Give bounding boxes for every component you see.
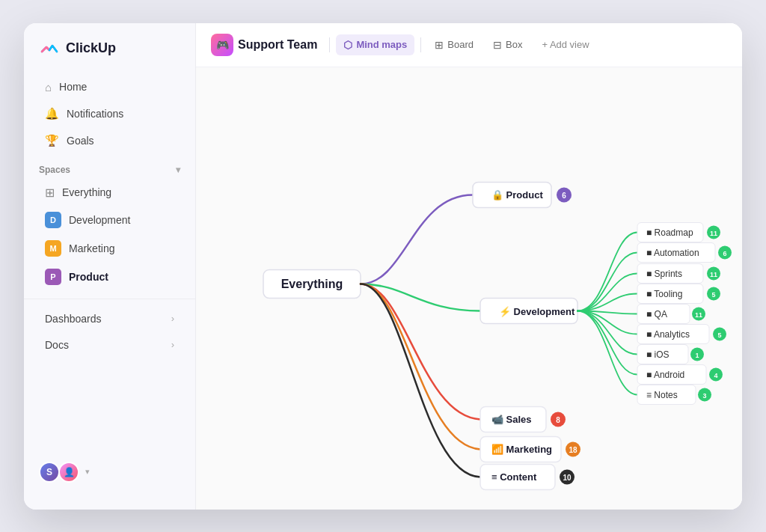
toolbar-divider bbox=[329, 37, 330, 52]
sales-node-label: 📹 Sales bbox=[491, 412, 532, 425]
logo-area: ClickUp bbox=[24, 38, 195, 74]
mind-map-canvas: Everything 🔒 Product 6 ⚡ Development bbox=[196, 67, 742, 510]
tab-box[interactable]: ⊟ Box bbox=[485, 34, 530, 55]
tooling-label: ■ Tooling bbox=[646, 288, 682, 299]
development-badge: D bbox=[45, 212, 61, 228]
center-node-label: Everything bbox=[281, 277, 343, 290]
roadmap-label: ■ Roadmap bbox=[646, 227, 693, 237]
footer-chevron-icon: ▾ bbox=[85, 467, 90, 477]
avatar-s: S bbox=[39, 462, 60, 483]
content-badge-count: 10 bbox=[563, 473, 572, 481]
analytics-count: 5 bbox=[717, 331, 721, 338]
docs-chevron-icon: › bbox=[171, 339, 174, 350]
sidebar-bottom-section: Dashboards › Docs › bbox=[24, 299, 195, 358]
dashboards-chevron-icon: › bbox=[171, 313, 174, 324]
docs-item[interactable]: Docs › bbox=[30, 332, 189, 358]
sidebar-footer: S 👤 ▾ bbox=[24, 450, 195, 495]
goals-icon: 🏆 bbox=[45, 134, 59, 147]
roadmap-count: 11 bbox=[710, 229, 717, 236]
notes-label: ≡ Notes bbox=[646, 389, 678, 400]
toolbar-divider-2 bbox=[420, 37, 421, 52]
sprints-label: ■ Sprints bbox=[646, 268, 682, 278]
development-node-label: ⚡ Development bbox=[499, 305, 575, 317]
content-node-label: ≡ Content bbox=[491, 471, 537, 482]
team-icon: 🎮 bbox=[211, 34, 233, 56]
app-container: ClickUp ⌂ Home 🔔 Notifications 🏆 Goals S… bbox=[24, 23, 742, 510]
nav-notifications[interactable]: 🔔 Notifications bbox=[30, 101, 189, 126]
mind-map-svg: Everything 🔒 Product 6 ⚡ Development bbox=[196, 67, 742, 510]
nav-goals[interactable]: 🏆 Goals bbox=[30, 128, 189, 153]
automation-count: 6 bbox=[723, 249, 726, 257]
sprints-count: 11 bbox=[710, 270, 717, 278]
sidebar: ClickUp ⌂ Home 🔔 Notifications 🏆 Goals S… bbox=[24, 23, 196, 510]
qa-count: 11 bbox=[695, 311, 702, 318]
product-badge: P bbox=[45, 269, 61, 285]
board-icon: ⊞ bbox=[435, 39, 444, 51]
space-marketing[interactable]: M Marketing bbox=[30, 235, 189, 262]
marketing-badge: M bbox=[45, 240, 61, 257]
space-product[interactable]: P Product bbox=[30, 263, 189, 290]
bell-icon: 🔔 bbox=[45, 107, 59, 120]
app-name: ClickUp bbox=[66, 40, 116, 56]
tab-board[interactable]: ⊞ Board bbox=[427, 34, 481, 55]
clickup-logo-icon bbox=[39, 38, 60, 59]
android-label: ■ Android bbox=[646, 369, 684, 379]
tab-mind-maps[interactable]: ⬡ Mind maps bbox=[336, 34, 414, 55]
analytics-label: ■ Analytics bbox=[646, 328, 690, 339]
add-view-button[interactable]: + Add view bbox=[534, 34, 596, 55]
dashboards-item[interactable]: Dashboards › bbox=[30, 306, 189, 331]
team-name: Support Team bbox=[238, 38, 317, 52]
android-count: 4 bbox=[714, 371, 717, 379]
product-badge-count: 6 bbox=[562, 191, 566, 199]
tooling-count: 5 bbox=[711, 290, 715, 298]
sales-badge-count: 8 bbox=[556, 415, 560, 424]
home-icon: ⌂ bbox=[45, 81, 52, 94]
qa-label: ■ QA bbox=[646, 308, 667, 319]
ios-count: 1 bbox=[695, 351, 699, 358]
ios-label: ■ iOS bbox=[646, 349, 670, 359]
mind-maps-icon: ⬡ bbox=[343, 39, 352, 51]
spaces-section-header: Spaces ▾ bbox=[24, 154, 195, 180]
automation-label: ■ Automation bbox=[646, 247, 699, 257]
product-node-label: 🔒 Product bbox=[491, 188, 543, 201]
space-development[interactable]: D Development bbox=[30, 207, 189, 233]
space-everything[interactable]: ⊞ Everything bbox=[30, 180, 189, 205]
spaces-chevron-icon: ▾ bbox=[176, 165, 180, 175]
everything-icon: ⊞ bbox=[45, 186, 55, 200]
toolbar: 🎮 Support Team ⬡ Mind maps ⊞ Board ⊟ Box… bbox=[196, 23, 742, 67]
notes-count: 3 bbox=[702, 391, 706, 399]
marketing-badge-count: 18 bbox=[569, 445, 577, 453]
marketing-node-label: 📶 Marketing bbox=[491, 442, 552, 455]
nav-home[interactable]: ⌂ Home bbox=[30, 75, 189, 100]
avatar-user: 👤 bbox=[58, 462, 79, 483]
box-icon: ⊟ bbox=[493, 39, 502, 51]
main-content: 🎮 Support Team ⬡ Mind maps ⊞ Board ⊟ Box… bbox=[196, 23, 742, 510]
